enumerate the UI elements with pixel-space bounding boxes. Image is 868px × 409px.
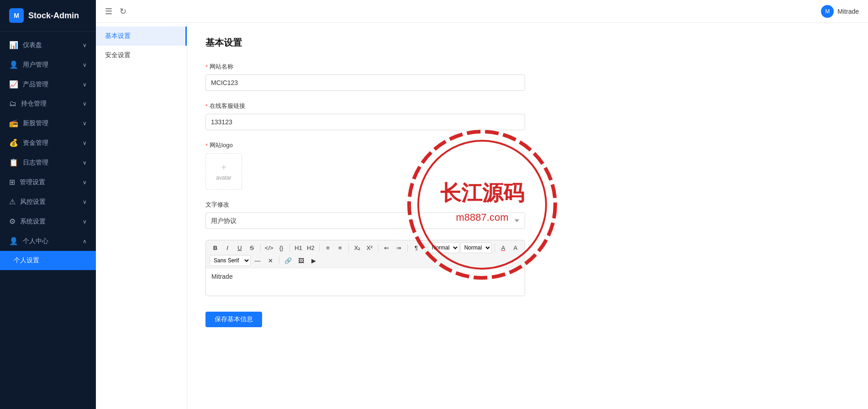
refresh-icon[interactable]: ↻ (120, 6, 126, 16)
nav-item-security-settings[interactable]: 安全设置 (96, 46, 187, 65)
sidebar-item-user-management[interactable]: 👤 用户管理 ∨ (0, 55, 96, 74)
toolbar-video-button[interactable]: ▶ (308, 255, 320, 266)
chevron-down-icon: ∨ (83, 120, 87, 127)
chevron-down-icon: ∨ (83, 199, 87, 205)
form-group-site-name: * 网站名称 (205, 63, 850, 91)
save-button[interactable]: 保存基本信息 (205, 312, 262, 327)
dashboard-icon: 📊 (9, 41, 18, 49)
toolbar-link-button[interactable]: 🔗 (282, 255, 294, 266)
toolbar-underline-button[interactable]: U (234, 242, 245, 253)
toolbar-divider (425, 244, 425, 252)
editor-type-select[interactable]: 用户协议 (205, 212, 525, 229)
toolbar-normal1-select[interactable]: Normal (428, 242, 459, 253)
toolbar-font-size-btn[interactable]: — (252, 255, 263, 266)
sidebar-item-product-management[interactable]: 📈 产品管理 ∨ (0, 74, 96, 94)
chevron-down-icon: ∨ (83, 62, 87, 68)
toolbar-divider (279, 256, 279, 265)
app-title: Stock-Admin (28, 11, 79, 21)
toolbar-strike-button[interactable]: S (246, 242, 258, 253)
page-title: 基本设置 (205, 37, 850, 49)
fund-management-icon: 💰 (9, 138, 18, 147)
chevron-down-icon: ∨ (83, 81, 87, 88)
sidebar-item-label: 个人设置 (14, 256, 39, 265)
toolbar-image-button[interactable]: 🖼 (295, 255, 307, 266)
toolbar-code-inline-button[interactable]: </> (263, 242, 275, 253)
toolbar-code-block-button[interactable]: {} (276, 242, 287, 253)
toolbar-bold-button[interactable]: B (210, 242, 221, 253)
content-area: 基本设置 安全设置 基本设置 * 网站名称 * 在线客服链接 (96, 23, 868, 409)
menu-toggle-icon[interactable]: ☰ (105, 6, 112, 16)
toolbar-bg-color-button[interactable]: A (510, 242, 521, 253)
customer-service-input[interactable] (205, 114, 525, 130)
toolbar-h1-button[interactable]: H1 (293, 242, 304, 253)
risk-settings-icon: ⚠ (9, 197, 16, 206)
sidebar-item-label: 日志管理 (23, 159, 48, 167)
toolbar-h2-button[interactable]: H2 (305, 242, 316, 253)
toolbar-sub-button[interactable]: X₂ (352, 242, 363, 253)
toolbar-clear-format-button[interactable]: ✕ (264, 255, 276, 266)
site-name-input[interactable] (205, 74, 525, 91)
toolbar-divider (319, 244, 320, 252)
sidebar-logo: M Stock-Admin (0, 0, 96, 32)
upload-icon: + (221, 162, 226, 173)
log-management-icon: 📋 (9, 158, 18, 167)
toolbar-italic-button[interactable]: I (222, 242, 233, 253)
sidebar-item-log-management[interactable]: 📋 日志管理 ∨ (0, 153, 96, 172)
required-star: * (205, 142, 208, 149)
toolbar-sup-button[interactable]: X² (364, 242, 375, 253)
customer-service-label: * 在线客服链接 (205, 102, 850, 110)
chevron-down-icon: ∨ (83, 179, 87, 186)
sidebar-item-dashboard[interactable]: 📊 仪表盘 ∨ (0, 35, 96, 55)
editor-body[interactable]: Mitrade (206, 268, 525, 296)
main-area: ☰ ↻ M Mitrade 基本设置 安全设置 基本设置 * 网站名称 (96, 0, 868, 409)
sidebar-item-system-settings[interactable]: ⚙ 系统设置 ∨ (0, 212, 96, 231)
toolbar-font-color-button[interactable]: A (498, 242, 509, 253)
sidebar-item-label: 资金管理 (23, 139, 48, 147)
chevron-down-icon: ∨ (83, 42, 87, 48)
sidebar-item-admin-settings[interactable]: ⊞ 管理设置 ∨ (0, 172, 96, 192)
chevron-down-icon: ∨ (83, 218, 87, 225)
nav-item-basic-settings[interactable]: 基本设置 (96, 27, 187, 46)
topbar-right: M Mitrade (821, 5, 859, 18)
form-group-rich-editor: B I U S </> {} H1 H2 ≡ ≡ (205, 240, 850, 296)
admin-settings-icon: ⊞ (9, 178, 15, 186)
sidebar: M Stock-Admin 📊 仪表盘 ∨ 👤 用户管理 ∨ 📈 产品管理 ∨ (0, 0, 96, 409)
required-star: * (205, 103, 208, 110)
avatar: M (821, 5, 834, 18)
sidebar-item-label: 系统设置 (20, 218, 46, 226)
basic-settings-label: 基本设置 (105, 32, 131, 39)
sidebar-item-risk-settings[interactable]: ⚠ 风控设置 ∨ (0, 192, 96, 212)
user-name: Mitrade (837, 8, 859, 15)
logo-upload-box[interactable]: + avatar (205, 153, 242, 190)
sidebar-item-personal-settings[interactable]: 个人设置 (0, 251, 96, 270)
sidebar-item-new-stock[interactable]: 📻 新股管理 ∨ (0, 113, 96, 133)
form-group-text-editor: 文字修改 用户协议 (205, 201, 850, 229)
toolbar-list-ordered-button[interactable]: ≡ (322, 242, 334, 253)
toolbar-indent-right-button[interactable]: ⇒ (393, 242, 405, 253)
logo-icon: M (9, 8, 24, 23)
system-settings-icon: ⚙ (9, 217, 16, 226)
toolbar-font-family-select[interactable]: Sans Serif (210, 255, 251, 266)
toolbar-indent-left-button[interactable]: ⇐ (381, 242, 393, 253)
toolbar-divider (348, 244, 349, 252)
site-logo-label: * 网站logo (205, 141, 850, 149)
security-settings-label: 安全设置 (105, 51, 131, 58)
editor-toolbar: B I U S </> {} H1 H2 ≡ ≡ (206, 240, 525, 268)
sidebar-item-label: 新股管理 (23, 119, 48, 127)
toolbar-list-unordered-button[interactable]: ≡ (334, 242, 346, 253)
sidebar-item-fund-management[interactable]: 💰 资金管理 ∨ (0, 133, 96, 153)
chevron-down-icon: ∨ (83, 101, 87, 107)
sidebar-item-personal-center[interactable]: 👤 个人中心 ∧ (0, 231, 96, 251)
personal-center-icon: 👤 (9, 237, 18, 245)
sidebar-item-label: 持仓管理 (21, 100, 47, 108)
sidebar-item-label: 个人中心 (23, 237, 48, 245)
settings-nav: 基本设置 安全设置 (96, 23, 187, 409)
toolbar-divider (289, 244, 290, 252)
site-name-label: * 网站名称 (205, 63, 850, 71)
toolbar-divider (407, 244, 408, 252)
toolbar-blockquote-button[interactable]: ¶ (410, 242, 422, 253)
toolbar-normal2-select[interactable]: Normal (460, 242, 492, 253)
required-star: * (205, 64, 208, 70)
sidebar-item-position-management[interactable]: 🗂 持仓管理 ∨ (0, 94, 96, 113)
sidebar-item-label: 风控设置 (20, 198, 46, 206)
